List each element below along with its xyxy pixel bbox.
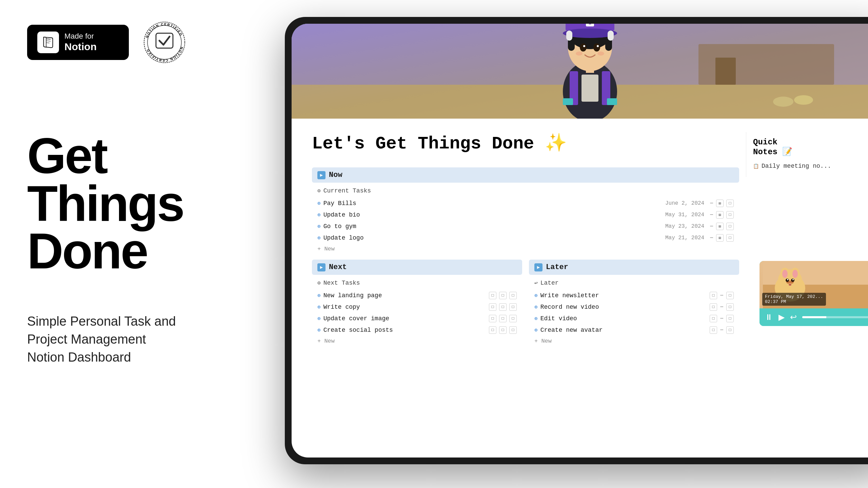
task-name: Pay Bills xyxy=(323,200,663,207)
next-subsection-header: ⊙ Next Tasks xyxy=(312,278,522,288)
task-icon-btn[interactable]: ⊞ xyxy=(716,234,724,242)
task-icon-sq2[interactable]: □ xyxy=(499,315,507,322)
task-checkbox[interactable]: □ xyxy=(509,315,517,322)
svg-point-36 xyxy=(597,52,604,56)
task-name: Create social posts xyxy=(323,327,486,333)
task-name: Update logo xyxy=(323,235,663,241)
bottom-grid: ▶ Next ⊙ Next Tasks ⊕ New landing page xyxy=(312,260,739,346)
task-checkbox[interactable]: □ xyxy=(726,211,734,219)
task-icons: − ⊞ □ xyxy=(710,211,734,219)
add-new-now-button[interactable]: + New xyxy=(312,244,739,254)
task-icon-sq2[interactable]: □ xyxy=(499,292,507,299)
task-name: New landing page xyxy=(323,292,486,299)
dashboard-area: Let's Get Things Done ✨ ▶ Now ⊙ Current … xyxy=(292,119,868,353)
task-icon-btn[interactable]: ⊞ xyxy=(716,200,724,207)
headline-text: Get Things Done xyxy=(27,132,183,275)
skip-button[interactable]: ↩ xyxy=(790,312,797,322)
video-date: Friday, May 17, 202... xyxy=(765,294,823,299)
note-text: Daily meeting no... xyxy=(762,163,831,169)
table-row: ⊕ Create social posts □ □ □ xyxy=(312,324,522,336)
section-next-label: Next xyxy=(329,263,347,271)
video-date-badge: Friday, May 17, 202... 02:37 PM xyxy=(762,293,826,306)
task-name: Update cover image xyxy=(323,315,486,322)
badge-text: Made for Notion xyxy=(64,32,97,53)
table-row: ⊕ Edit video □ − □ xyxy=(529,313,739,324)
task-checkbox[interactable]: □ xyxy=(726,303,734,311)
svg-text:A: A xyxy=(589,24,591,25)
task-icon-sq[interactable]: □ xyxy=(489,315,496,322)
svg-point-50 xyxy=(787,279,788,280)
section-later-header: ▶ Later xyxy=(529,260,739,275)
video-time: 02:37 PM xyxy=(765,299,823,304)
section-now: ▶ Now ⊙ Current Tasks ⊕ Pay Bills June 2… xyxy=(312,167,739,254)
svg-point-34 xyxy=(597,45,599,47)
table-row: ⊕ Write copy □ □ □ xyxy=(312,301,522,313)
svg-point-44 xyxy=(792,270,798,278)
task-date: May 23, 2024 xyxy=(665,223,704,229)
add-new-later-button[interactable]: + New xyxy=(529,336,739,346)
task-checkbox[interactable]: □ xyxy=(726,200,734,207)
task-checkbox[interactable]: □ xyxy=(726,292,734,299)
add-new-next-button[interactable]: + New xyxy=(312,336,522,346)
svg-rect-18 xyxy=(581,75,598,102)
task-date: May 21, 2024 xyxy=(665,235,704,241)
task-icon-sq[interactable]: □ xyxy=(489,292,496,299)
svg-point-11 xyxy=(773,97,793,107)
task-checkbox[interactable]: □ xyxy=(726,315,734,322)
task-icon-sq2[interactable]: □ xyxy=(499,326,507,334)
task-icon-btn[interactable]: ⊞ xyxy=(716,211,724,219)
task-checkbox[interactable]: □ xyxy=(726,326,734,334)
task-icon-sq[interactable]: □ xyxy=(489,303,496,311)
table-row: ⊕ Pay Bills June 2, 2024 − ⊞ □ xyxy=(312,198,739,209)
made-for-notion-badge: Made for Notion xyxy=(27,25,129,60)
svg-point-31 xyxy=(580,43,587,52)
now-subsection-header: ⊙ Current Tasks xyxy=(312,185,739,196)
table-row: ⊕ Write newsletter □ − □ xyxy=(529,290,739,301)
pause-button[interactable]: ⏸ xyxy=(765,312,773,322)
task-checkbox[interactable]: □ xyxy=(726,223,734,230)
svg-point-35 xyxy=(576,52,583,56)
section-now-header: ▶ Now xyxy=(312,167,739,183)
dashboard-title: Let's Get Things Done ✨ xyxy=(312,132,739,154)
task-icon-btn[interactable]: ⊞ xyxy=(716,223,724,230)
table-row: ⊕ Record new video □ − □ xyxy=(529,301,739,313)
list-item: 📋 Daily meeting no... xyxy=(753,161,861,171)
sub-headline: Simple Personal Task andProject Manageme… xyxy=(27,312,183,367)
task-icon-sq[interactable]: □ xyxy=(710,292,717,299)
task-icon-sq[interactable]: □ xyxy=(710,326,717,334)
task-icons: − ⊞ □ xyxy=(710,223,734,230)
right-panel: A xyxy=(210,0,868,488)
svg-point-33 xyxy=(583,45,585,47)
task-icons: □ − □ xyxy=(710,292,734,299)
left-panel: Made for Notion NOTION CERTIFIED NOTION … xyxy=(0,0,210,488)
svg-point-51 xyxy=(792,279,794,280)
video-thumbnail: Friday, May 17, 202... 02:37 PM xyxy=(760,261,868,308)
task-checkbox[interactable]: □ xyxy=(726,234,734,242)
notion-icon-box xyxy=(37,32,59,53)
play-button[interactable]: ▶ xyxy=(778,312,785,322)
table-row: ⊕ Update bio May 31, 2024 − ⊞ □ xyxy=(312,209,739,221)
svg-rect-10 xyxy=(715,58,736,85)
main-content-area: Let's Get Things Done ✨ ▶ Now ⊙ Current … xyxy=(312,132,739,346)
task-icon-sq[interactable]: □ xyxy=(710,315,717,322)
svg-point-47 xyxy=(789,284,791,286)
notion-label: Notion xyxy=(64,41,97,53)
svg-text:NOTION CERTIFIED: NOTION CERTIFIED xyxy=(146,46,184,62)
svg-rect-30 xyxy=(608,30,614,41)
right-sidebar: QuickNotes 📝 📋 Daily meeting no... xyxy=(746,132,868,346)
task-name: Go to gym xyxy=(323,223,663,230)
task-icon-sq[interactable]: □ xyxy=(489,326,496,334)
made-for-label: Made for xyxy=(64,32,97,41)
headline-line1: Get Things xyxy=(27,128,183,231)
progress-fill xyxy=(802,316,826,318)
task-icon-sq2[interactable]: □ xyxy=(499,303,507,311)
task-checkbox[interactable]: □ xyxy=(509,303,517,311)
video-widget: Friday, May 17, 202... 02:37 PM ⏸ ▶ ↩ xyxy=(760,261,868,326)
task-icons: □ □ □ xyxy=(489,326,517,334)
badges-row: Made for Notion NOTION CERTIFIED NOTION … xyxy=(27,20,183,64)
task-checkbox[interactable]: □ xyxy=(509,292,517,299)
later-subsection-header: ↩ Later xyxy=(529,278,739,288)
section-next: ▶ Next ⊙ Next Tasks ⊕ New landing page xyxy=(312,260,522,346)
task-icon-sq[interactable]: □ xyxy=(710,303,717,311)
task-checkbox[interactable]: □ xyxy=(509,326,517,334)
